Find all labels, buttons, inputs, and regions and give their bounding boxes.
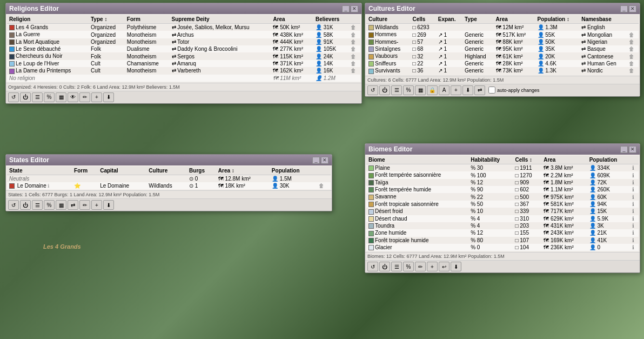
- religions-percent-btn[interactable]: %: [44, 92, 55, 102]
- religion-delete[interactable]: 🗑: [348, 52, 360, 59]
- states-power-btn[interactable]: ⏻: [20, 200, 31, 210]
- biome-color: [368, 165, 374, 171]
- religion-believers: 👤 16K: [313, 67, 348, 74]
- culture-delete[interactable]: 🗑: [627, 52, 639, 59]
- religions-plus-btn[interactable]: +: [91, 92, 102, 102]
- culture-delete[interactable]: 🗑: [627, 31, 639, 38]
- delete-icon[interactable]: 🗑: [351, 54, 356, 59]
- states-pencil-btn[interactable]: ✏: [79, 200, 90, 210]
- culture-delete[interactable]: 🗑: [627, 38, 639, 45]
- biome-info[interactable]: ℹ: [630, 244, 639, 251]
- culture-cells: □ 269: [410, 31, 435, 38]
- biome-info[interactable]: ℹ: [630, 222, 639, 229]
- states-download-btn[interactable]: ⬇: [103, 200, 114, 210]
- delete-icon[interactable]: 🗑: [629, 61, 634, 67]
- states-chart-btn[interactable]: ▦: [56, 200, 66, 210]
- cultures-power-btn[interactable]: ⏻: [379, 85, 390, 95]
- delete-icon[interactable]: 🗑: [629, 68, 634, 74]
- religions-close-btn[interactable]: ✕: [351, 5, 358, 12]
- cultures-download-btn[interactable]: ⬇: [462, 85, 473, 95]
- culture-area: 🗺 28K km²: [494, 60, 535, 67]
- states-percent-btn[interactable]: %: [44, 200, 55, 210]
- states-toolbar: ↺ ⏻ ☰ % ▦ ⇄ ✏ + ⬇: [6, 198, 332, 211]
- religions-minimize-btn[interactable]: _: [342, 5, 350, 12]
- biomes-power-btn[interactable]: ⏻: [379, 262, 390, 271]
- biomes-table: Biome Habitability Cells ↕ Area Populati…: [366, 156, 639, 251]
- biome-info[interactable]: ℹ: [630, 215, 639, 222]
- biomes-close-btn[interactable]: ✕: [629, 146, 636, 153]
- cultures-list-btn[interactable]: ☰: [391, 85, 402, 95]
- biome-info[interactable]: ℹ: [630, 237, 639, 244]
- state-delete-btn[interactable]: 🗑: [319, 183, 324, 189]
- states-list-btn[interactable]: ☰: [32, 200, 43, 210]
- biomes-download-btn[interactable]: ⬇: [451, 262, 461, 271]
- biomes-refresh-btn[interactable]: ↺: [367, 262, 378, 271]
- biomes-pencil-btn[interactable]: ✏: [415, 262, 426, 271]
- state-name-neutrals: Neutrals: [7, 175, 72, 183]
- religions-list-btn[interactable]: ☰: [32, 92, 43, 102]
- cultures-shuffle-btn[interactable]: ⇄: [474, 85, 485, 95]
- delete-icon[interactable]: 🗑: [629, 32, 634, 38]
- religions-refresh-btn[interactable]: ↺: [8, 92, 19, 102]
- religions-download-btn[interactable]: ⬇: [103, 92, 114, 102]
- biomes-list-btn[interactable]: ☰: [391, 262, 402, 271]
- religion-delete[interactable]: 🗑: [348, 31, 360, 38]
- religions-eye-btn[interactable]: 👁: [68, 92, 78, 102]
- states-close-btn[interactable]: ✕: [321, 157, 328, 164]
- biome-name: Savanne: [366, 193, 468, 200]
- states-refresh-btn[interactable]: ↺: [8, 200, 19, 210]
- culture-delete[interactable]: 🗑: [627, 60, 639, 67]
- biome-info[interactable]: ℹ: [630, 179, 639, 186]
- info-icon: ℹ: [632, 194, 634, 200]
- delete-icon[interactable]: 🗑: [629, 54, 634, 59]
- biome-info[interactable]: ℹ: [630, 208, 639, 215]
- religions-pencil-btn[interactable]: ✏: [79, 92, 90, 102]
- biomes-percent-btn[interactable]: %: [403, 262, 414, 271]
- biomes-minimize-btn[interactable]: _: [620, 146, 628, 153]
- religions-power-btn[interactable]: ⏻: [20, 92, 31, 102]
- religion-delete[interactable]: 🗑: [348, 38, 360, 45]
- biome-info[interactable]: ℹ: [630, 186, 639, 193]
- col-sform: Form: [72, 167, 98, 175]
- religions-chart-btn[interactable]: ▦: [56, 92, 66, 102]
- col-capital: Capital: [98, 167, 146, 175]
- cultures-close-btn[interactable]: ✕: [629, 5, 636, 12]
- religion-delete[interactable]: 🗑: [348, 60, 360, 67]
- cultures-refresh-btn[interactable]: ↺: [367, 85, 378, 95]
- biome-info[interactable]: ℹ: [630, 201, 639, 208]
- cultures-plus-btn[interactable]: +: [451, 85, 461, 95]
- cultures-chart-btn[interactable]: ▦: [415, 85, 426, 95]
- delete-icon[interactable]: 🗑: [351, 61, 356, 67]
- biomes-plus-btn[interactable]: +: [427, 262, 438, 271]
- delete-icon[interactable]: 🗑: [351, 24, 356, 30]
- cultures-text-btn[interactable]: A: [439, 85, 450, 95]
- cultures-percent-btn[interactable]: %: [403, 85, 414, 95]
- religion-delete[interactable]: 🗑: [348, 24, 360, 31]
- biome-info[interactable]: ℹ: [630, 164, 639, 172]
- delete-icon[interactable]: 🗑: [629, 46, 634, 52]
- biome-info[interactable]: ℹ: [630, 229, 639, 236]
- cultures-minimize-btn[interactable]: _: [620, 5, 628, 12]
- delete-icon[interactable]: 🗑: [351, 46, 356, 52]
- states-plus-btn[interactable]: +: [91, 200, 102, 210]
- religion-delete[interactable]: 🗑: [348, 67, 360, 74]
- delete-icon[interactable]: 🗑: [351, 68, 356, 74]
- cultures-editor: Cultures Editor _ ✕ Culture Cells Expan.…: [365, 3, 640, 97]
- states-minimize-btn[interactable]: _: [312, 157, 320, 164]
- culture-delete[interactable]: 🗑: [627, 45, 639, 52]
- delete-icon[interactable]: 🗑: [351, 32, 356, 38]
- info-icon: ℹ: [632, 230, 634, 236]
- biome-info[interactable]: ℹ: [630, 171, 639, 178]
- delete-icon[interactable]: 🗑: [351, 39, 356, 45]
- state-pop-neutrals: 👤 1.5M: [270, 175, 317, 183]
- religion-delete[interactable]: 🗑: [348, 45, 360, 52]
- cultures-autoapply-checkbox[interactable]: [488, 87, 495, 94]
- cultures-lock-btn[interactable]: 🔒: [427, 85, 438, 95]
- delete-icon[interactable]: 🗑: [629, 39, 634, 45]
- biome-habitability: % 22: [468, 193, 513, 200]
- biomes-undo-btn[interactable]: ↩: [439, 262, 450, 271]
- biome-population: 👤 3K: [587, 222, 630, 229]
- states-shuffle-btn[interactable]: ⇄: [68, 200, 78, 210]
- biome-info[interactable]: ℹ: [630, 193, 639, 200]
- culture-delete[interactable]: 🗑: [627, 67, 639, 74]
